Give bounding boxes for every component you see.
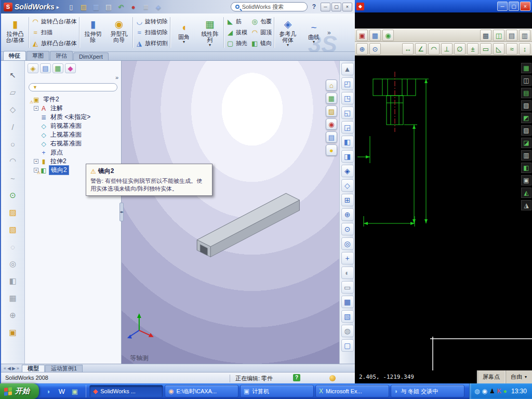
view-front-icon[interactable]: ◰ — [341, 77, 354, 90]
ribbon-small-button[interactable]: ≈ 扫描 — [31, 28, 77, 38]
antivirus-icon[interactable]: K — [497, 388, 501, 395]
scene-icon[interactable]: ▨ — [326, 105, 337, 117]
view-isometric-icon[interactable]: ◈ — [341, 165, 354, 177]
pattern-icon[interactable]: ▦ — [7, 292, 19, 304]
study-tab[interactable]: 运动算例1 — [45, 365, 83, 372]
dim-leader-icon[interactable]: ↕ — [519, 43, 530, 55]
layer-icon[interactable]: ◫ — [493, 30, 504, 41]
display-icon[interactable]: ▤ — [506, 30, 517, 41]
grid-icon[interactable]: ▩ — [480, 30, 491, 41]
dim-diameter-icon[interactable]: ∅ — [454, 43, 466, 55]
line-icon[interactable]: / — [7, 121, 19, 133]
block-icon[interactable]: ▣ — [7, 326, 19, 339]
reference-geometry-button[interactable]: ◈ 参考几 何体 ▾ — [275, 15, 301, 50]
caxa-drawing-area[interactable]: ▦ ◫ ▤ ▧ ◩ — [355, 56, 532, 370]
view-right-icon[interactable]: ◲ — [341, 121, 354, 134]
view-orientation-icon[interactable]: ⌂ — [326, 79, 337, 91]
ribbon-small-button[interactable]: ▢ 抽壳 — [226, 38, 247, 49]
configurationmanager-tab-icon[interactable]: ▦ — [52, 63, 63, 73]
dim-linear-icon[interactable]: ↔ — [402, 43, 414, 55]
dynamic-input-icon[interactable]: ◩ — [521, 113, 531, 123]
maximize-button[interactable]: ▢ — [331, 3, 341, 11]
graphics-area[interactable]: ⌂ ▦ ▨ ◉ — [122, 61, 339, 364]
start-button[interactable]: 开始 — [0, 383, 39, 399]
feature-tree-item[interactable]: + 原点 — [26, 148, 121, 157]
feature-tree-item[interactable]: + A 注解 — [26, 104, 121, 113]
palette-icon[interactable]: ▦ — [369, 30, 381, 41]
view-back-icon[interactable]: ◳ — [341, 92, 354, 104]
layers-icon[interactable]: ▦ — [521, 63, 531, 73]
dim-angle-icon[interactable]: ∠ — [415, 43, 427, 55]
status-help-icon[interactable]: ? — [293, 374, 300, 381]
linewidth-icon[interactable]: ▧ — [521, 100, 531, 111]
properties-icon[interactable]: ▣ — [521, 175, 531, 185]
task-excel[interactable]: X Microsoft Ex... — [315, 385, 389, 397]
dimension-icon[interactable]: ◇ — [7, 103, 19, 116]
ortho-icon[interactable]: ▤ — [521, 88, 531, 98]
ribbon-small-button[interactable]: ◭ 放样凸台/基体 — [31, 38, 77, 49]
save-icon[interactable]: ▦ — [90, 2, 102, 12]
feature-tree-item[interactable]: ≣ 材质 <未指定> — [26, 113, 121, 122]
panel-splitter[interactable]: ◂▸ — [119, 203, 124, 221]
camera-icon[interactable]: ▧ — [341, 310, 354, 323]
view-normal-icon[interactable]: ◇ — [341, 179, 354, 192]
commandmanager-tab[interactable]: 评估 — [50, 51, 73, 60]
options-icon[interactable]: ≣ — [140, 2, 152, 12]
point-mode-dropdown[interactable]: 自由 ▾ — [505, 370, 532, 383]
folder-open-icon[interactable]: ▧ — [7, 223, 19, 236]
tab-scroll-icon[interactable]: ▶ — [12, 366, 16, 371]
ribbon-small-button[interactable]: ≈ 扫描切除 — [135, 28, 168, 38]
dimstyle-icon[interactable]: ◮ — [521, 200, 531, 210]
zoom-fit-icon[interactable]: ▦ — [326, 92, 337, 104]
curves-button[interactable]: ~ 曲线 ▾ — [301, 15, 327, 50]
ribbon-small-button[interactable]: ◠ 旋转凸台/基体 — [31, 17, 77, 27]
print-icon[interactable]: ▣ — [356, 30, 368, 41]
dim-box-icon[interactable]: ▭ — [480, 43, 491, 55]
zoom-out-icon[interactable]: ⊙ — [369, 43, 381, 55]
qq-icon[interactable]: ♟ — [489, 388, 495, 395]
linear-pattern-button[interactable]: ▦ 线性阵 列 ▾ — [197, 15, 223, 50]
print-icon[interactable]: ▤ — [103, 2, 114, 12]
ribbon-small-button[interactable]: ◡ 旋转切除 — [135, 17, 168, 27]
view-bottom-icon[interactable]: ◨ — [341, 150, 354, 163]
help-button[interactable]: ? — [312, 3, 316, 10]
undo-icon[interactable]: ↶ — [115, 2, 127, 12]
ribbon-small-button[interactable]: ◮ 放样切割 — [135, 38, 168, 49]
section-icon[interactable]: ▦ — [341, 296, 354, 308]
tab-scroll-icon[interactable]: ◀ — [7, 366, 11, 371]
tree-expander-icon[interactable]: + — [34, 106, 38, 111]
ribbon-small-button[interactable]: ◢ 拔模 — [226, 28, 247, 38]
featuremanager-tab-icon[interactable]: ◈ — [28, 63, 38, 73]
propertymanager-tab-icon[interactable]: ▤ — [40, 63, 51, 73]
zoom-area-icon[interactable]: ⊙ — [341, 223, 354, 235]
ribbon-overflow-chevron[interactable]: » — [327, 29, 331, 36]
view-left-icon[interactable]: ◱ — [341, 107, 354, 119]
trim-icon[interactable]: ◌ — [7, 241, 19, 253]
snap-icon[interactable]: ▨ — [521, 125, 531, 136]
extrude-boss-base-button[interactable]: ▮ 拉伸凸 台/基体 — [2, 15, 28, 50]
zoom-in-out-icon[interactable]: ⊕ — [341, 208, 354, 221]
tab-scroll-icon[interactable]: « — [4, 366, 6, 371]
open-icon[interactable]: ▨ — [78, 2, 89, 12]
close-button[interactable]: × — [520, 2, 530, 11]
rebuild-icon[interactable]: ◈ — [153, 2, 164, 12]
section-view-icon[interactable]: ◉ — [326, 118, 337, 130]
mirror-sketch-icon[interactable]: ◧ — [7, 275, 19, 287]
restore-button[interactable]: ▢ — [509, 2, 519, 11]
ribbon-small-button[interactable]: ◣ 筋 — [226, 17, 247, 27]
select-arrow-icon[interactable]: ↖ — [7, 69, 19, 82]
commandmanager-tab[interactable]: DimXpert — [73, 52, 109, 60]
folder-icon[interactable]: ▨ — [7, 206, 19, 219]
browser-icon[interactable]: ◗ — [43, 385, 55, 397]
dim-chamfer-icon[interactable]: ◺ — [493, 43, 504, 55]
search-input[interactable] — [242, 4, 298, 10]
arc-icon[interactable]: ◠ — [7, 155, 19, 167]
feature-tree-item[interactable]: ▣ ⚠ 零件2 — [26, 95, 121, 104]
shaded-icon[interactable]: ◐ — [341, 267, 354, 279]
minimize-button[interactable]: ─ — [497, 2, 508, 11]
pan-icon[interactable]: + — [341, 252, 354, 264]
caxa-titlebar[interactable]: ◆ ─ ▢ × — [355, 0, 532, 12]
sphere-icon[interactable]: ◍ — [341, 325, 354, 337]
spline-icon[interactable]: ~ — [7, 172, 19, 184]
close-button[interactable]: × — [342, 3, 352, 11]
